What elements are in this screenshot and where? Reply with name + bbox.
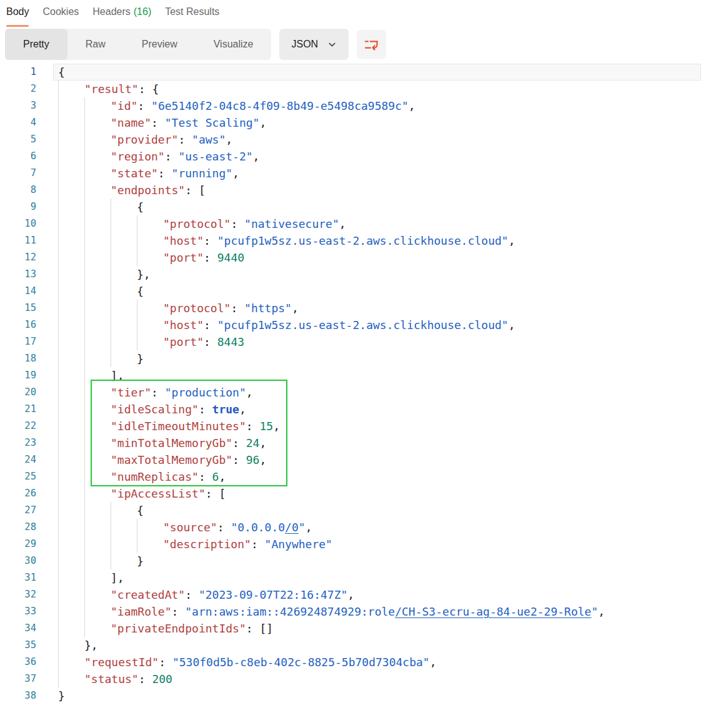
tab-test-results-label: Test Results xyxy=(165,6,219,17)
indent-guide xyxy=(58,502,84,519)
code-token: "production" xyxy=(165,386,246,399)
indent-guide xyxy=(137,215,163,232)
code-token: "id" xyxy=(111,99,137,112)
line-number: 15 xyxy=(0,300,36,317)
code-line: 28"source": "0.0.0.0/0", xyxy=(0,519,701,536)
code-token: "port" xyxy=(163,335,204,348)
line-number: 29 xyxy=(0,536,36,553)
line-number: 32 xyxy=(0,586,36,603)
format-dropdown[interactable]: JSON xyxy=(279,29,349,60)
indent-guide xyxy=(111,266,137,283)
code-token: : xyxy=(199,403,212,416)
indent-guide xyxy=(84,435,111,451)
code-token: : xyxy=(217,521,231,534)
indent-guide xyxy=(84,586,111,603)
tab-test-results[interactable]: Test Results xyxy=(165,6,219,27)
code-token: { xyxy=(137,200,144,214)
code-token: , xyxy=(430,656,437,669)
line-number: 14 xyxy=(0,283,36,300)
indent-guide xyxy=(84,485,111,502)
code-token: , xyxy=(239,403,246,416)
line-number: 7 xyxy=(0,165,36,182)
indent-guide xyxy=(58,519,84,536)
indent-guide xyxy=(58,199,84,215)
indent-guide xyxy=(84,215,111,232)
view-switcher: Pretty Raw Preview Visualize xyxy=(5,29,271,60)
code-token: "name" xyxy=(111,116,151,129)
tab-body[interactable]: Body xyxy=(6,6,29,27)
code-line: 38} xyxy=(0,687,701,704)
code-token: , xyxy=(259,436,266,450)
code-token: : xyxy=(151,116,165,129)
view-raw-button[interactable]: Raw xyxy=(67,29,124,60)
code-token: , xyxy=(253,150,260,163)
code-token: , xyxy=(259,453,266,466)
code-line: 19], xyxy=(0,367,701,384)
line-number: 12 xyxy=(0,249,36,266)
code-token: : xyxy=(204,234,217,247)
wrap-line-button[interactable] xyxy=(357,30,386,59)
code-token: "idleTimeoutMinutes" xyxy=(111,420,246,433)
code-token: " xyxy=(299,521,306,534)
code-token: , xyxy=(232,167,239,180)
view-pretty-button[interactable]: Pretty xyxy=(5,29,67,60)
code-token: } xyxy=(137,352,144,365)
code-token: : xyxy=(251,538,265,551)
indent-guide xyxy=(58,97,84,114)
code-token: "530f0d5b-c8eb-402c-8825-5b70d7304cba" xyxy=(172,656,430,669)
line-number: 28 xyxy=(0,519,36,536)
code-token: { xyxy=(137,504,144,517)
indent-guide xyxy=(111,317,137,333)
code-token: 6 xyxy=(212,470,219,483)
code-token: /0 xyxy=(285,521,299,534)
indent-guide xyxy=(137,333,163,350)
line-number: 8 xyxy=(0,182,36,199)
indent-guide xyxy=(111,283,137,300)
indent-guide xyxy=(58,384,84,401)
tab-cookies[interactable]: Cookies xyxy=(42,6,79,27)
code-token: "maxTotalMemoryGb" xyxy=(111,453,232,466)
indent-guide xyxy=(58,182,84,199)
code-token: , xyxy=(292,302,299,315)
indent-guide xyxy=(58,367,84,384)
tab-headers[interactable]: Headers(16) xyxy=(92,6,151,27)
indent-guide xyxy=(58,569,84,586)
indent-guide xyxy=(58,283,84,300)
code-token: "region" xyxy=(111,150,165,163)
code-line: 32"createdAt": "2023-09-07T22:16:47Z", xyxy=(0,586,701,603)
view-visualize-button[interactable]: Visualize xyxy=(196,29,272,60)
code-line: 26"ipAccessList": [ xyxy=(0,485,701,502)
code-token: : xyxy=(199,470,212,483)
line-number: 18 xyxy=(0,350,36,367)
code-line: 37"status": 200 xyxy=(0,671,701,687)
code-token: , xyxy=(273,420,280,433)
code-line: 7"state": "running", xyxy=(0,165,701,182)
code-token: "aws" xyxy=(192,133,226,146)
indent-guide xyxy=(137,536,163,553)
code-line: 5"provider": "aws", xyxy=(0,131,701,148)
code-line: 10"protocol": "nativesecure", xyxy=(0,215,701,232)
indent-guide xyxy=(84,418,111,435)
view-preview-button[interactable]: Preview xyxy=(124,29,196,60)
code-line: 31], xyxy=(0,569,701,586)
indent-guide xyxy=(84,249,111,266)
code-token: : { xyxy=(139,82,159,96)
indent-guide xyxy=(84,131,111,148)
tab-cookies-label: Cookies xyxy=(42,6,79,17)
line-number: 13 xyxy=(0,266,36,283)
code-token: } xyxy=(58,689,65,702)
indent-guide xyxy=(137,232,163,249)
indent-guide xyxy=(111,502,137,519)
code-line: 30} xyxy=(0,553,701,569)
code-token: { xyxy=(137,285,144,298)
code-editor[interactable]: 1{2"result": {3"id": "6e5140f2-04c8-4f09… xyxy=(0,64,701,704)
indent-guide xyxy=(111,249,137,266)
code-line: 3"id": "6e5140f2-04c8-4f09-8b49-e5498ca9… xyxy=(0,97,701,114)
line-number: 4 xyxy=(0,114,36,131)
code-token: "pcufp1w5sz.us-east-2.aws.clickhouse.clo… xyxy=(217,318,509,332)
code-token: : xyxy=(159,656,172,669)
indent-guide xyxy=(58,215,84,232)
code-line: 35}, xyxy=(0,637,701,654)
indent-guide xyxy=(58,333,84,350)
code-token: 200 xyxy=(152,672,172,686)
